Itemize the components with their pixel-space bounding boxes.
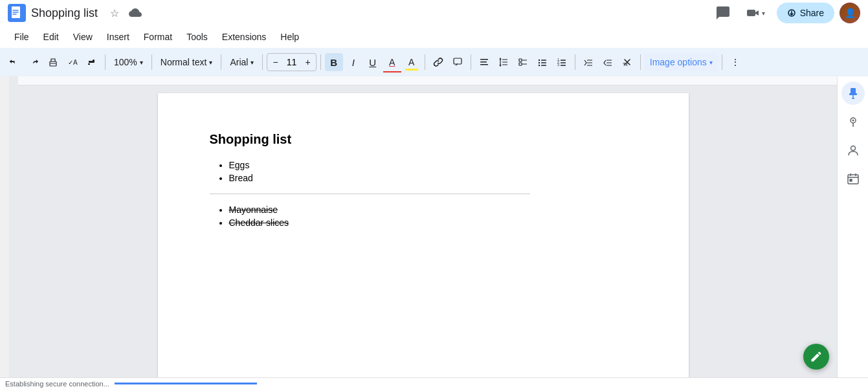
calendar-button[interactable]	[841, 167, 865, 190]
image-options-chevron: ▾	[709, 59, 713, 66]
toolbar-separator-7	[471, 54, 471, 70]
list-item-bread: Bread	[229, 173, 637, 183]
undo-button[interactable]	[5, 53, 23, 71]
paragraph-chevron: ▾	[209, 59, 212, 66]
cloud-button[interactable]	[128, 5, 143, 21]
font-family-select[interactable]: Arial ▾	[225, 53, 258, 71]
font-size-input[interactable]	[282, 57, 302, 67]
share-button[interactable]: Share	[777, 3, 834, 23]
toolbar-separator-4	[262, 54, 263, 70]
toolbar-separator-5	[320, 54, 321, 70]
toolbar-separator-9	[640, 54, 641, 70]
font-size-minus[interactable]: −	[270, 55, 280, 69]
fab-button[interactable]	[803, 344, 829, 370]
zoom-chevron: ▾	[140, 59, 143, 66]
title-bar: Shopping list ☆ ▾ Share	[0, 0, 868, 26]
image-options-label: Image options	[650, 57, 707, 67]
svg-rect-31	[850, 179, 852, 181]
font-size-control: − +	[267, 53, 316, 71]
indent-decrease-button[interactable]	[579, 53, 597, 71]
menu-edit[interactable]: Edit	[37, 29, 65, 45]
text-color-button[interactable]: A	[383, 53, 401, 71]
text-color-label: A	[389, 57, 395, 67]
numbered-list-button[interactable]: 1. 2. 3.	[553, 53, 571, 71]
paragraph-style-select[interactable]: Normal text ▾	[156, 53, 217, 71]
menu-bar: File Edit View Insert Format Tools Exten…	[0, 26, 868, 48]
svg-text:Tx: Tx	[623, 62, 628, 67]
star-button[interactable]: ☆	[107, 5, 122, 21]
status-progress-bar	[115, 383, 257, 384]
items-list-2: Mayonnaise Cheddar slices	[210, 205, 637, 228]
svg-rect-11	[519, 63, 522, 65]
paragraph-style-value: Normal text	[161, 57, 207, 67]
spellcheck-button[interactable]: ✓A	[63, 53, 82, 71]
svg-rect-9	[480, 64, 488, 65]
print-button[interactable]	[44, 53, 62, 71]
bold-button[interactable]: B	[325, 53, 343, 71]
align-button[interactable]	[475, 53, 493, 71]
svg-point-16	[539, 65, 540, 66]
page-wrapper: Shopping list Eggs Bread Mayonnaise Ched…	[9, 85, 837, 377]
menu-view[interactable]: View	[67, 29, 99, 45]
indent-increase-button[interactable]	[599, 53, 617, 71]
status-bar: Establishing secure connection...	[0, 377, 868, 389]
font-chevron: ▾	[250, 59, 254, 66]
contacts-button[interactable]	[841, 139, 865, 162]
ruler-top	[18, 76, 837, 85]
chat-button[interactable]	[711, 1, 735, 25]
italic-button[interactable]: I	[344, 53, 362, 71]
image-options-button[interactable]: Image options ▾	[645, 53, 718, 71]
link-button[interactable]	[429, 53, 447, 71]
top-right: ▾ Share 👤	[711, 1, 860, 25]
doc-icon	[8, 4, 26, 22]
highlight-bar	[405, 69, 418, 71]
toolbar-separator-1	[105, 54, 106, 70]
svg-text:✓A: ✓A	[68, 59, 78, 66]
svg-point-14	[539, 62, 540, 63]
comment-button[interactable]	[449, 53, 467, 71]
document-page[interactable]: Shopping list Eggs Bread Mayonnaise Ched…	[158, 93, 689, 377]
svg-point-29	[851, 146, 855, 151]
svg-rect-6	[454, 58, 462, 64]
paint-format-button[interactable]	[83, 53, 101, 71]
redo-button[interactable]	[25, 53, 43, 71]
document-heading: Shopping list	[210, 132, 637, 147]
checklist-button[interactable]	[514, 53, 532, 71]
highlight-button[interactable]: A	[403, 53, 421, 71]
maps-button[interactable]	[841, 110, 865, 133]
clear-formatting-button[interactable]: Tx	[618, 53, 636, 71]
line-spacing-button[interactable]	[495, 53, 513, 71]
avatar[interactable]: 👤	[840, 3, 860, 23]
list-item-mayonnaise: Mayonnaise	[229, 205, 637, 215]
keep-button[interactable]	[841, 82, 865, 105]
svg-rect-1	[747, 10, 755, 16]
menu-insert[interactable]: Insert	[100, 29, 136, 45]
more-options-button[interactable]: ⋮	[726, 53, 744, 71]
ruler-left	[0, 76, 9, 377]
menu-format[interactable]: Format	[137, 29, 179, 45]
menu-extensions[interactable]: Extensions	[216, 29, 273, 45]
font-size-plus[interactable]: +	[303, 55, 313, 69]
menu-tools[interactable]: Tools	[180, 29, 214, 45]
svg-rect-10	[519, 59, 522, 61]
menu-file[interactable]: File	[8, 29, 36, 45]
camera-button[interactable]: ▾	[740, 5, 772, 21]
document-area: Shopping list Eggs Bread Mayonnaise Ched…	[0, 76, 868, 377]
font-family-value: Arial	[230, 57, 248, 67]
zoom-select[interactable]: 100% ▾	[109, 53, 148, 71]
main-content-area[interactable]: Shopping list Eggs Bread Mayonnaise Ched…	[9, 76, 837, 377]
list-item-eggs: Eggs	[229, 160, 637, 170]
menu-help[interactable]: Help	[274, 29, 306, 45]
svg-rect-5	[93, 60, 95, 63]
svg-text:3.: 3.	[557, 63, 560, 67]
horizontal-rule	[210, 194, 530, 194]
document-title: Shopping list	[31, 6, 98, 20]
zoom-value: 100%	[114, 57, 137, 67]
svg-rect-26	[849, 93, 857, 95]
svg-rect-21	[561, 62, 566, 63]
svg-rect-7	[480, 59, 488, 60]
list-item-cheddar: Cheddar slices	[229, 217, 637, 228]
items-list-1: Eggs Bread	[210, 160, 637, 183]
underline-button[interactable]: U	[364, 53, 382, 71]
bullet-list-button[interactable]	[533, 53, 551, 71]
